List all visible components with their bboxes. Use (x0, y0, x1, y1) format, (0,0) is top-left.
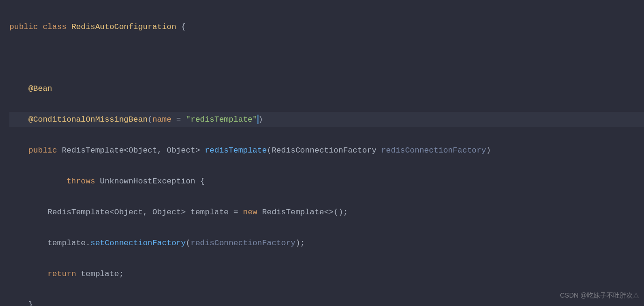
variable: template (48, 239, 86, 248)
angle: > (195, 146, 200, 155)
equals: = (172, 115, 186, 124)
type: RedisTemplate (62, 146, 124, 155)
type: Object (152, 208, 181, 217)
type: RedisTemplate (48, 208, 110, 217)
keyword-public: public (9, 22, 38, 31)
brace: } (29, 300, 33, 306)
code-line: throws UnknownHostException { (9, 174, 644, 189)
code-line: } (9, 297, 644, 306)
comma: , (143, 208, 152, 217)
type: Object (129, 146, 157, 155)
code-line (9, 50, 644, 66)
brace: { (181, 22, 186, 31)
type: Object (167, 146, 195, 155)
keyword-public: public (29, 146, 57, 155)
keyword-return: return (48, 270, 76, 278)
parens: (); (334, 208, 348, 217)
dot: . (86, 239, 90, 248)
constructor: RedisTemplate (262, 208, 324, 217)
code-line-current: @ConditionalOnMissingBean(name = "redisT… (9, 112, 644, 127)
code-line: public RedisTemplate<Object, Object> red… (9, 143, 644, 158)
diamond: <> (324, 208, 333, 217)
paren: ( (267, 146, 272, 155)
variable: template (81, 270, 119, 278)
param-name: name (152, 115, 172, 124)
code-editor[interactable]: public class RedisAutoConfiguration { @B… (0, 0, 644, 306)
method-name: redisTemplate (205, 146, 267, 155)
method-call: setConnectionFactory (90, 239, 186, 248)
angle: > (181, 208, 186, 217)
semicolon: ; (119, 270, 124, 278)
paren: ) (486, 146, 491, 155)
code-line: public class RedisAutoConfiguration { (9, 19, 644, 35)
watermark: CSDN @吃妹子不吐胖次△ (560, 288, 639, 303)
angle: < (124, 146, 129, 155)
code-line: template.setConnectionFactory(redisConne… (9, 235, 644, 251)
paren: ) (258, 115, 263, 124)
comma: , (157, 146, 166, 155)
keyword-class: class (43, 22, 66, 31)
paren: ( (148, 115, 152, 124)
param-type: RedisConnectionFactory (272, 146, 376, 155)
paren: ( (186, 239, 191, 248)
paren: ); (295, 239, 305, 248)
annotation: @ConditionalOnMissingBean (29, 115, 148, 124)
param-name: redisConnectionFactory (381, 146, 486, 155)
variable: template (191, 208, 229, 217)
exception-type: UnknownHostException (100, 177, 195, 186)
argument: redisConnectionFactory (191, 239, 295, 248)
code-line: RedisTemplate<Object, Object> template =… (9, 204, 644, 220)
keyword-throws: throws (66, 177, 95, 186)
string-literal: "redisTemplate" (186, 115, 257, 124)
code-line: return template; (9, 266, 644, 282)
brace: { (200, 177, 205, 186)
keyword-new: new (243, 208, 258, 217)
equals: = (229, 208, 243, 217)
type: Object (114, 208, 143, 217)
code-line: @Bean (9, 81, 644, 96)
annotation: @Bean (29, 84, 52, 93)
angle: < (109, 208, 114, 217)
class-name: RedisAutoConfiguration (72, 22, 176, 31)
